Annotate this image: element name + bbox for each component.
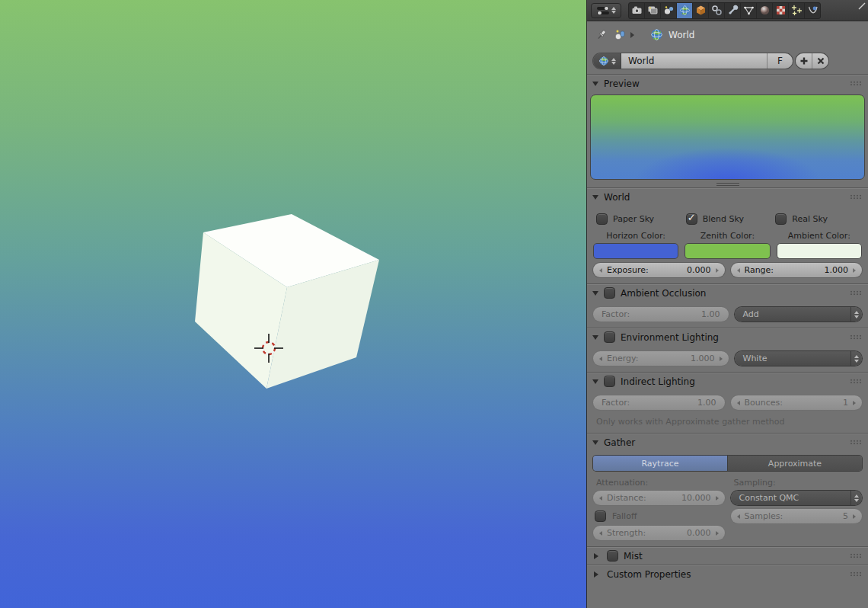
panel-drag-dots-icon[interactable] (850, 81, 861, 86)
panel-drag-dots-icon[interactable] (850, 379, 861, 384)
decrement-arrow-icon[interactable] (597, 531, 602, 536)
tab-scene-icon[interactable] (661, 3, 677, 18)
breadcrumb-world-label[interactable]: World (669, 30, 694, 40)
ambient-color-label: Ambient Color: (777, 231, 862, 241)
decrement-arrow-icon[interactable] (597, 268, 602, 273)
tab-render-icon[interactable] (629, 3, 645, 18)
env-energy-slider[interactable]: Energy: 1.000 (593, 351, 729, 366)
paper-sky-checkbox[interactable] (596, 213, 608, 225)
approximate-button[interactable]: Approximate (727, 456, 862, 471)
dropdown-stepper-icon (850, 351, 862, 366)
increment-arrow-icon[interactable] (853, 268, 858, 273)
falloff-label: Falloff (612, 511, 637, 521)
increment-arrow-icon[interactable] (716, 268, 721, 273)
paper-sky-label: Paper Sky (613, 214, 654, 224)
exposure-slider[interactable]: Exposure: 0.000 (593, 263, 725, 277)
ao-factor-slider[interactable]: Factor: 1.00 (593, 307, 729, 322)
horizon-color-label: Horizon Color: (593, 231, 678, 241)
panel-environment-lighting-header[interactable]: Environment Lighting (587, 328, 868, 346)
range-slider[interactable]: Range: 1.000 (731, 263, 863, 277)
panel-gather-header[interactable]: Gather (587, 434, 868, 451)
indirect-lighting-checkbox[interactable] (604, 376, 615, 387)
panel-ambient-occlusion-header[interactable]: Ambient Occlusion (587, 284, 868, 302)
tab-modifiers-icon[interactable] (725, 3, 741, 18)
unlink-world-button[interactable] (812, 53, 828, 69)
zenith-color-label: Zenith Color: (685, 231, 770, 241)
panel-drag-dots-icon[interactable] (850, 194, 861, 200)
ambient-occlusion-checkbox[interactable] (604, 287, 615, 299)
tab-particles-icon[interactable] (789, 3, 805, 18)
fake-user-button[interactable]: F (767, 53, 793, 69)
ambient-color-swatch[interactable] (777, 243, 862, 259)
mist-checkbox[interactable] (607, 550, 618, 562)
env-color-source-dropdown[interactable]: White (735, 351, 863, 366)
increment-arrow-icon[interactable] (853, 514, 858, 519)
indirect-bounces-slider[interactable]: Bounces: 1 (731, 395, 863, 410)
panel-ambient-occlusion: Ambient Occlusion Factor: 1.00 Add (587, 283, 868, 328)
panel-preview-header[interactable]: Preview (587, 75, 868, 92)
panel-drag-dots-icon[interactable] (850, 290, 861, 296)
collapse-icon (592, 291, 598, 299)
increment-arrow-icon[interactable] (716, 531, 721, 536)
properties-editor-icon (597, 7, 609, 14)
properties-header (587, 0, 868, 21)
decrement-arrow-icon[interactable] (597, 496, 602, 501)
3d-viewport[interactable] (0, 0, 586, 608)
decrement-arrow-icon[interactable] (735, 514, 740, 519)
editor-type-stepper-icon (611, 5, 616, 16)
panel-mist: Mist (587, 546, 868, 565)
area-corner-grip[interactable] (857, 1, 867, 11)
ao-blend-mode-dropdown[interactable]: Add (735, 307, 863, 322)
zenith-color-swatch[interactable] (685, 243, 770, 259)
editor-type-button[interactable] (591, 3, 621, 18)
plus-icon (799, 56, 809, 66)
panel-drag-dots-icon[interactable] (850, 553, 861, 558)
dropdown-stepper-icon (850, 491, 862, 505)
pin-icon[interactable] (595, 28, 608, 41)
add-world-button[interactable] (796, 53, 812, 69)
gather-mode-toggle: Raytrace Approximate (593, 456, 862, 471)
world-browse-button[interactable] (593, 53, 621, 69)
decrement-arrow-icon[interactable] (735, 401, 740, 405)
tab-material-icon[interactable] (757, 3, 773, 18)
collapse-icon (592, 440, 598, 448)
decrement-arrow-icon[interactable] (597, 357, 602, 361)
real-sky-checkbox[interactable] (775, 213, 787, 225)
scene-breadcrumb-icon[interactable] (614, 28, 627, 41)
samples-slider[interactable]: Samples: 5 (731, 509, 863, 523)
tab-world-icon[interactable] (677, 3, 693, 18)
horizon-color-swatch[interactable] (593, 243, 678, 259)
tab-object-icon[interactable] (693, 3, 709, 18)
tab-object-data-icon[interactable] (741, 3, 757, 18)
strength-slider[interactable]: Strength: 0.000 (593, 526, 725, 540)
distance-slider[interactable]: Distance: 10.000 (593, 491, 725, 505)
real-sky-label: Real Sky (792, 214, 828, 224)
increment-arrow-icon[interactable] (853, 401, 858, 405)
panel-custom-properties-header[interactable]: Custom Properties (587, 565, 868, 583)
tab-physics-icon[interactable] (805, 3, 820, 18)
preview-resize-grip[interactable] (716, 183, 739, 186)
panel-drag-dots-icon[interactable] (850, 571, 861, 577)
panel-mist-header[interactable]: Mist (587, 547, 868, 565)
raytrace-button[interactable]: Raytrace (593, 456, 727, 471)
panel-title: Mist (624, 551, 643, 562)
tab-texture-icon[interactable] (773, 3, 789, 18)
decrement-arrow-icon[interactable] (735, 268, 740, 273)
environment-lighting-checkbox[interactable] (604, 331, 615, 343)
blender-window: World World F (0, 0, 868, 608)
panel-drag-dots-icon[interactable] (850, 334, 861, 340)
panel-indirect-lighting-header[interactable]: Indirect Lighting (587, 373, 868, 390)
tab-constraints-icon[interactable] (709, 3, 725, 18)
increment-arrow-icon[interactable] (716, 496, 721, 501)
tab-render-layers-icon[interactable] (645, 3, 661, 18)
world-name-field[interactable]: World (621, 53, 767, 69)
increment-arrow-icon[interactable] (720, 357, 725, 361)
falloff-checkbox[interactable] (595, 510, 606, 522)
sampling-method-dropdown[interactable]: Constant QMC (731, 491, 863, 505)
panel-world-header[interactable]: World (587, 188, 868, 206)
panel-drag-dots-icon[interactable] (850, 440, 861, 445)
collapse-icon (592, 82, 598, 89)
indirect-factor-slider[interactable]: Factor: 1.00 (593, 395, 725, 410)
blend-sky-checkbox[interactable] (686, 213, 697, 225)
breadcrumb: World (587, 21, 868, 48)
